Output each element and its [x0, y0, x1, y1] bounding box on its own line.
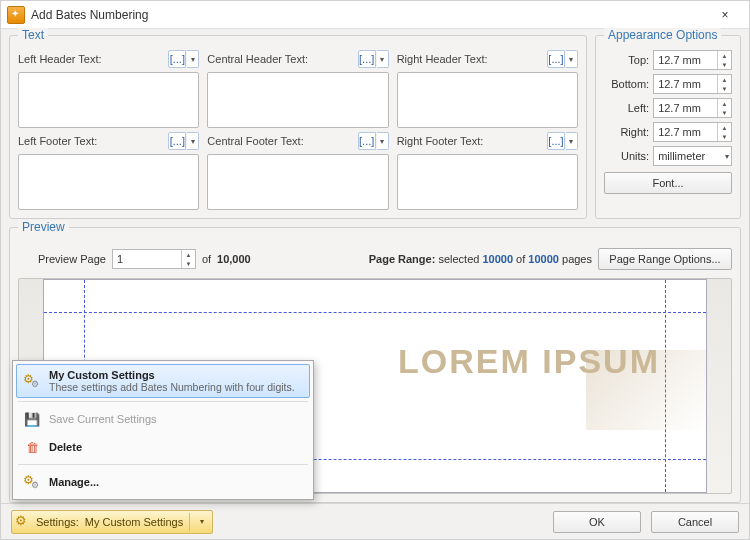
- preset-description: These settings add Bates Numbering with …: [49, 381, 295, 393]
- right-header-macro-button[interactable]: [...]▾: [547, 50, 578, 68]
- margin-guide: [44, 312, 706, 313]
- chevron-down-icon: ▾: [196, 517, 208, 526]
- text-group-title: Text: [18, 28, 48, 42]
- margin-right-label: Right:: [604, 126, 649, 138]
- appearance-group-title: Appearance Options: [604, 28, 721, 42]
- preview-page-label: Preview Page: [38, 253, 106, 265]
- text-group: Text Left Header Text: [...]▾ Central He…: [9, 35, 587, 219]
- total-pages: 10,000: [217, 253, 251, 265]
- macro-icon: [...]: [168, 132, 186, 150]
- trash-icon: [23, 438, 41, 456]
- window-title: Add Bates Numbering: [31, 8, 707, 22]
- right-footer-macro-button[interactable]: [...]▾: [547, 132, 578, 150]
- margin-bottom-label: Bottom:: [604, 78, 649, 90]
- left-footer-macro-button[interactable]: [...]▾: [168, 132, 199, 150]
- menu-separator: [18, 401, 308, 402]
- margin-right-input[interactable]: 12.7 mm▲▼: [653, 122, 732, 142]
- stepper-icon: ▲▼: [717, 99, 731, 117]
- macro-icon: [...]: [547, 50, 565, 68]
- macro-icon: [...]: [168, 50, 186, 68]
- chevron-down-icon: ▾: [377, 50, 389, 68]
- app-icon: [7, 6, 25, 24]
- close-icon: ×: [721, 8, 728, 22]
- right-footer-input[interactable]: [397, 154, 578, 210]
- save-settings-item[interactable]: Save Current Settings: [16, 405, 310, 433]
- stepper-icon: ▲▼: [717, 123, 731, 141]
- preview-page-input[interactable]: 1▲▼: [112, 249, 196, 269]
- central-footer-label: Central Footer Text:: [207, 135, 303, 147]
- preview-group-title: Preview: [18, 220, 69, 234]
- chevron-down-icon: ▾: [377, 132, 389, 150]
- dialog-footer: Settings: My Custom Settings ▾ OK Cancel: [1, 503, 749, 539]
- left-header-input[interactable]: [18, 72, 199, 128]
- central-header-label: Central Header Text:: [207, 53, 308, 65]
- page-range-status: Page Range: selected 10000 of 10000 page…: [369, 253, 592, 265]
- macro-icon: [...]: [358, 132, 376, 150]
- settings-current: My Custom Settings: [85, 516, 183, 528]
- right-header-input[interactable]: [397, 72, 578, 128]
- manage-settings-item[interactable]: Manage...: [16, 468, 310, 496]
- appearance-group: Appearance Options Top: 12.7 mm▲▼ Bottom…: [595, 35, 741, 219]
- margin-bottom-input[interactable]: 12.7 mm▲▼: [653, 74, 732, 94]
- left-header-label: Left Header Text:: [18, 53, 102, 65]
- macro-icon: [...]: [358, 50, 376, 68]
- chevron-down-icon: ▾: [187, 132, 199, 150]
- units-select[interactable]: millimeter▾: [653, 146, 732, 166]
- page-range-options-button[interactable]: Page Range Options...: [598, 248, 732, 270]
- ok-button[interactable]: OK: [553, 511, 641, 533]
- left-footer-label: Left Footer Text:: [18, 135, 97, 147]
- settings-preset-item[interactable]: My Custom Settings These settings add Ba…: [16, 364, 310, 398]
- of-label: of: [202, 253, 211, 265]
- central-header-macro-button[interactable]: [...]▾: [358, 50, 389, 68]
- chevron-down-icon: ▾: [187, 50, 199, 68]
- stepper-icon: ▲▼: [717, 75, 731, 93]
- gear-icon: [16, 515, 30, 529]
- margin-top-input[interactable]: 12.7 mm▲▼: [653, 50, 732, 70]
- close-button[interactable]: ×: [707, 1, 743, 29]
- left-header-macro-button[interactable]: [...]▾: [168, 50, 199, 68]
- settings-popup-menu: My Custom Settings These settings add Ba…: [12, 360, 314, 500]
- save-icon: [23, 410, 41, 428]
- preset-title: My Custom Settings: [49, 369, 295, 381]
- delete-settings-item[interactable]: Delete: [16, 433, 310, 461]
- units-label: Units:: [604, 150, 649, 162]
- central-footer-macro-button[interactable]: [...]▾: [358, 132, 389, 150]
- stepper-icon: ▲▼: [717, 51, 731, 69]
- margin-left-input[interactable]: 12.7 mm▲▼: [653, 98, 732, 118]
- margin-top-label: Top:: [604, 54, 649, 66]
- left-footer-input[interactable]: [18, 154, 199, 210]
- settings-label: Settings:: [36, 516, 79, 528]
- menu-separator: [18, 464, 308, 465]
- cancel-button[interactable]: Cancel: [651, 511, 739, 533]
- title-bar: Add Bates Numbering ×: [1, 1, 749, 29]
- gears-icon: [23, 372, 41, 390]
- right-header-label: Right Header Text:: [397, 53, 488, 65]
- macro-icon: [...]: [547, 132, 565, 150]
- stepper-icon: ▲▼: [181, 250, 195, 268]
- right-footer-label: Right Footer Text:: [397, 135, 484, 147]
- chevron-down-icon: ▾: [725, 152, 729, 161]
- settings-dropdown[interactable]: Settings: My Custom Settings ▾: [11, 510, 213, 534]
- font-button[interactable]: Font...: [604, 172, 732, 194]
- central-footer-input[interactable]: [207, 154, 388, 210]
- chevron-down-icon: ▾: [566, 50, 578, 68]
- margin-left-label: Left:: [604, 102, 649, 114]
- chevron-down-icon: ▾: [566, 132, 578, 150]
- gears-icon: [23, 473, 41, 491]
- central-header-input[interactable]: [207, 72, 388, 128]
- document-placeholder-text: LOREM IPSUM: [398, 342, 660, 381]
